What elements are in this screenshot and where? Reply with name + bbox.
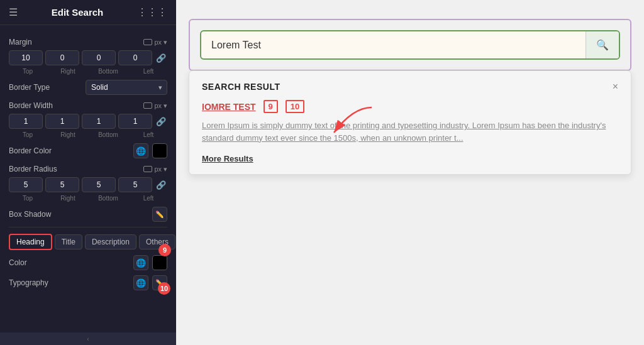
search-widget-container: 🔍	[189, 19, 631, 71]
border-left-input[interactable]	[118, 114, 152, 129]
margin-left-label: Left	[130, 68, 167, 75]
typography-edit-btn[interactable]: ✏️ 10	[152, 275, 167, 290]
border-radius-inputs: 🔗	[9, 177, 167, 192]
typography-controls: 🌐 ✏️ 10	[133, 275, 167, 290]
result-item-row: IOMRE TEST 9 10	[202, 100, 618, 113]
hamburger-icon[interactable]: ☰	[9, 6, 18, 18]
badge-10: 10	[158, 282, 170, 295]
br-left-input[interactable]	[118, 177, 152, 192]
monitor-icon	[143, 39, 152, 45]
border-bottom-input[interactable]	[82, 114, 116, 129]
color-label: Color	[9, 258, 27, 267]
bw-right-label: Right	[49, 131, 87, 138]
border-top-input[interactable]	[9, 114, 43, 129]
color-controls: 🌐	[133, 255, 167, 270]
result-badge-10: 10	[286, 100, 304, 113]
border-monitor-icon	[143, 102, 152, 109]
margin-inputs: 🔗	[9, 50, 167, 65]
border-radius-unit: px ▾	[143, 165, 167, 173]
margin-bottom-input[interactable]	[82, 50, 116, 65]
bw-left-label: Left	[130, 131, 167, 138]
right-panel: 🔍 SEARCH RESULT × IOMRE TEST 9 10 Lorem …	[176, 0, 644, 345]
grid-icon[interactable]: ⋮⋮⋮	[137, 6, 167, 18]
br-top-label: Top	[9, 195, 47, 202]
result-title: SEARCH RESULT	[202, 82, 280, 92]
close-button[interactable]: ×	[613, 81, 618, 92]
border-width-control-row: Border Width px ▾	[9, 101, 167, 110]
border-color-swatch[interactable]	[152, 143, 167, 158]
margin-link-icon[interactable]: 🔗	[155, 53, 167, 63]
search-result-panel: SEARCH RESULT × IOMRE TEST 9 10 Lorem Ip…	[189, 70, 631, 175]
border-width-unit: px ▾	[143, 102, 167, 110]
border-link-icon[interactable]: 🔗	[155, 117, 167, 126]
margin-control-row: Margin px ▾	[9, 38, 167, 47]
typography-label: Typography	[9, 278, 48, 287]
margin-left-input[interactable]	[118, 50, 152, 65]
br-bottom-label: Bottom	[89, 195, 127, 202]
margin-bottom-label: Bottom	[89, 68, 127, 75]
border-type-label: Border Type	[9, 83, 50, 92]
result-header: SEARCH RESULT ×	[202, 81, 618, 92]
border-width-input-labels: Top Right Bottom Left	[9, 131, 167, 138]
box-shadow-row: Box Shadow ✏️	[9, 207, 167, 222]
border-color-controls: 🌐	[133, 143, 167, 158]
search-icon: 🔍	[596, 40, 609, 50]
tab-title[interactable]: Title	[55, 234, 82, 249]
panel-body: Margin px ▾ 🔗 Top Right Bottom Left Bord…	[0, 25, 176, 332]
br-left-label: Left	[130, 195, 167, 202]
color-globe-btn[interactable]: 🌐	[133, 255, 148, 270]
border-width-inputs: 🔗	[9, 114, 167, 129]
margin-top-label: Top	[9, 68, 47, 75]
margin-top-input[interactable]	[9, 50, 43, 65]
panel-resize-handle[interactable]: ‹	[0, 332, 176, 345]
border-radius-input-labels: Top Right Bottom Left	[9, 195, 167, 202]
border-color-row: Border Color 🌐	[9, 143, 167, 158]
border-radius-control-row: Border Radius px ▾	[9, 165, 167, 173]
panel-header: ☰ Edit Search ⋮⋮⋮	[0, 0, 176, 25]
search-input[interactable]	[201, 32, 586, 58]
result-description: Lorem Ipsum is simply dummy text of the …	[202, 119, 618, 144]
br-link-icon[interactable]: 🔗	[155, 180, 167, 190]
result-link[interactable]: IOMRE TEST	[202, 102, 256, 112]
tabs-row: Heading Title Description Others 9	[9, 234, 167, 250]
tab-description[interactable]: Description	[85, 234, 136, 249]
result-badge-9: 9	[264, 100, 278, 113]
border-type-row: Border Type Solid Dashed Dotted None	[9, 80, 167, 95]
margin-label: Margin	[9, 38, 32, 47]
color-swatch[interactable]	[152, 255, 167, 270]
bw-top-label: Top	[9, 131, 47, 138]
panel-title: Edit Search	[52, 7, 104, 18]
border-width-label: Border Width	[9, 101, 53, 110]
border-right-input[interactable]	[45, 114, 79, 129]
search-input-row: 🔍	[200, 30, 620, 60]
br-top-input[interactable]	[9, 177, 43, 192]
margin-input-labels: Top Right Bottom Left	[9, 68, 167, 75]
box-shadow-label: Box Shadow	[9, 210, 51, 219]
margin-unit: px ▾	[143, 38, 167, 47]
badge-9: 9	[158, 244, 171, 256]
typography-row: Typography 🌐 ✏️ 10	[9, 275, 167, 290]
search-button[interactable]: 🔍	[586, 31, 619, 58]
br-monitor-icon	[143, 166, 152, 172]
box-shadow-edit-btn[interactable]: ✏️	[152, 207, 167, 222]
margin-right-label: Right	[49, 68, 87, 75]
border-radius-label: Border Radius	[9, 165, 57, 173]
margin-right-input[interactable]	[45, 50, 79, 65]
left-panel: ☰ Edit Search ⋮⋮⋮ Margin px ▾ 🔗 Top Righ…	[0, 0, 176, 345]
br-right-label: Right	[49, 195, 87, 202]
border-type-select-wrapper: Solid Dashed Dotted None	[86, 80, 167, 95]
br-right-input[interactable]	[45, 177, 79, 192]
color-row: Color 🌐	[9, 255, 167, 270]
bw-bottom-label: Bottom	[89, 131, 127, 138]
border-color-globe-btn[interactable]: 🌐	[133, 143, 148, 158]
border-type-select[interactable]: Solid Dashed Dotted None	[86, 80, 167, 95]
border-color-label: Border Color	[9, 146, 52, 155]
more-results-link[interactable]: More Results	[202, 154, 253, 163]
typography-globe-btn[interactable]: 🌐	[133, 275, 148, 290]
tab-heading[interactable]: Heading	[9, 234, 52, 250]
br-bottom-input[interactable]	[82, 177, 116, 192]
